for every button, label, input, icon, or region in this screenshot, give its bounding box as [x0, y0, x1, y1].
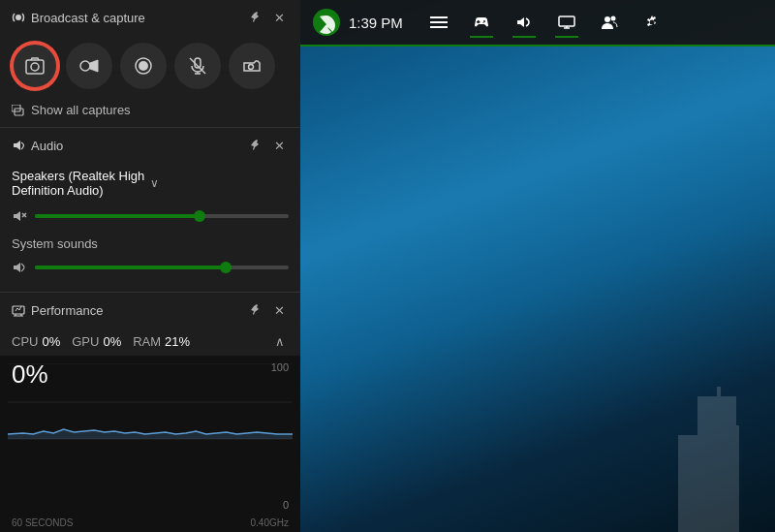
broadcast-actions: ✕	[245, 9, 289, 26]
speakers-chevron: ∨	[150, 176, 289, 190]
mute-slider-row	[0, 203, 300, 229]
screen-bar-btn[interactable]	[546, 5, 587, 40]
mic-muted-button[interactable]	[174, 43, 221, 89]
svg-rect-9	[477, 21, 480, 23]
audio-pin-btn[interactable]	[245, 137, 264, 154]
captures-icon	[12, 105, 25, 116]
svg-rect-2	[731, 425, 739, 532]
audio-section: Audio ✕ Speakers (Realtek High Definitio…	[0, 128, 300, 293]
svg-point-15	[649, 20, 654, 25]
mic-muted-icon	[187, 55, 208, 77]
cpu-label: CPU	[12, 334, 38, 349]
performance-section: Performance ✕ CPU 0% GPU 0% RAM 21%	[0, 293, 300, 532]
svg-rect-0	[698, 396, 736, 532]
svg-point-11	[482, 22, 483, 23]
gpu-label: GPU	[72, 334, 99, 349]
graph-time-label: 60 SECONDS	[12, 517, 73, 528]
ram-label: RAM	[133, 334, 161, 349]
ram-value: 21%	[165, 334, 190, 349]
bar-icons	[418, 5, 763, 40]
volume-bar-btn[interactable]	[504, 5, 544, 40]
system-sound-icon	[12, 261, 27, 274]
screenshot-icon	[24, 55, 46, 77]
svg-point-20	[139, 61, 148, 71]
camera-icon	[241, 55, 263, 77]
system-sounds-label: System sounds	[0, 229, 300, 255]
live-icon	[133, 55, 154, 77]
settings-bar-btn[interactable]	[632, 5, 672, 40]
gpu-stat: GPU 0%	[72, 334, 121, 349]
cpu-value: 0%	[42, 334, 60, 349]
menu-bar-btn[interactable]	[418, 5, 459, 40]
broadcast-section: Broadcast & capture ✕	[0, 0, 300, 128]
system-sounds-slider[interactable]	[35, 266, 289, 269]
svg-rect-17	[26, 60, 44, 74]
svg-rect-6	[430, 21, 448, 23]
controller-bar-btn[interactable]	[461, 5, 502, 40]
broadcast-header: Broadcast & capture ✕	[0, 0, 300, 35]
svg-point-14	[610, 16, 615, 21]
svg-marker-30	[8, 429, 293, 439]
mute-icon	[12, 209, 27, 223]
svg-point-18	[31, 63, 39, 71]
audio-close-btn[interactable]: ✕	[270, 138, 289, 154]
performance-title: Performance	[12, 303, 245, 318]
cpu-stat: CPU 0%	[12, 334, 60, 349]
cpu-graph-svg	[8, 363, 293, 441]
broadcast-buttons	[0, 35, 300, 99]
graph-big-percent: 0%	[12, 361, 48, 387]
broadcast-close-btn[interactable]: ✕	[270, 10, 289, 26]
svg-rect-26	[13, 306, 24, 314]
speakers-device-row[interactable]: Speakers (Realtek High Definition Audio)…	[0, 163, 300, 203]
ram-stat: RAM 21%	[133, 334, 190, 349]
performance-actions: ✕	[245, 301, 289, 319]
xbox-time: 1:39 PM	[349, 15, 403, 31]
performance-header: Performance ✕	[0, 293, 300, 328]
broadcast-title: Broadcast & capture	[12, 11, 245, 25]
graph-max: 100	[271, 361, 289, 373]
perf-close-btn[interactable]: ✕	[270, 302, 289, 319]
graph-zero: 0	[283, 499, 289, 511]
svg-rect-5	[430, 16, 448, 18]
svg-point-19	[80, 61, 90, 71]
xbox-game-bar: 1:39 PM	[300, 0, 775, 47]
perf-pin-btn[interactable]	[245, 301, 264, 319]
svg-rect-3	[717, 387, 721, 532]
svg-point-10	[483, 20, 485, 22]
show-all-captures[interactable]: Show all captures	[0, 99, 300, 127]
system-sounds-slider-row	[0, 255, 300, 280]
svg-rect-1	[678, 435, 698, 532]
svg-point-16	[16, 15, 21, 20]
xbox-logo	[312, 8, 341, 37]
screenshot-button[interactable]	[12, 43, 58, 89]
mute-slider[interactable]	[35, 214, 289, 218]
record-button[interactable]	[66, 43, 112, 89]
gpu-value: 0%	[103, 334, 121, 349]
camera-button[interactable]	[229, 43, 275, 89]
audio-actions: ✕	[245, 137, 289, 154]
broadcast-icon	[12, 11, 25, 24]
record-icon	[78, 55, 100, 77]
perf-stats-row: CPU 0% GPU 0% RAM 21% ∧	[0, 328, 300, 356]
audio-header: Audio ✕	[0, 128, 300, 163]
side-panel: Broadcast & capture ✕	[0, 0, 300, 532]
audio-title: Audio	[12, 139, 245, 153]
svg-point-23	[249, 65, 254, 70]
building-silhouette	[581, 338, 775, 532]
svg-rect-12	[559, 16, 574, 26]
live-button[interactable]	[120, 43, 167, 89]
perf-collapse-btn[interactable]: ∧	[271, 333, 289, 350]
svg-point-13	[604, 16, 610, 22]
graph-freq-label: 0.40GHz	[251, 517, 289, 528]
svg-rect-7	[430, 26, 448, 28]
broadcast-pin-btn[interactable]	[245, 9, 264, 26]
performance-icon	[12, 303, 25, 317]
performance-graph: 0% 100 0 60 SECONDS 0.40GHz	[0, 356, 300, 532]
audio-icon	[12, 139, 25, 152]
friends-bar-btn[interactable]	[589, 5, 630, 40]
